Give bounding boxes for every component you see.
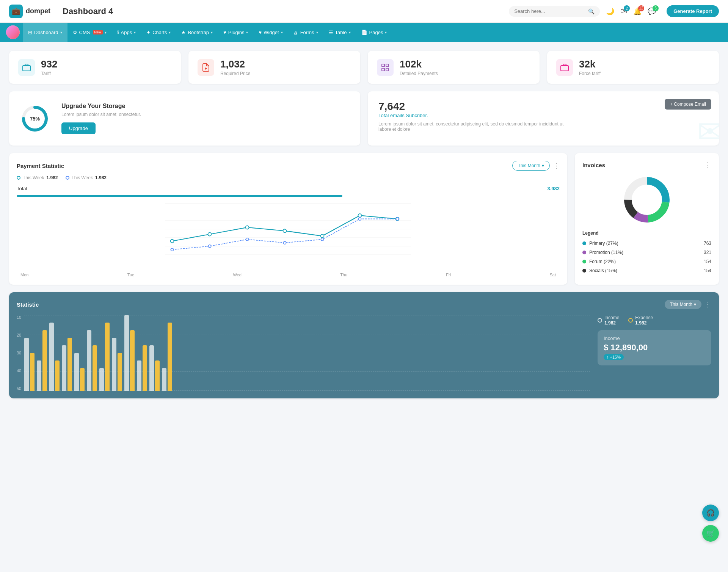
bootstrap-icon: ★ (181, 30, 186, 35)
compose-email-btn[interactable]: + Compose Email (665, 99, 711, 110)
legend-color-socials (582, 269, 586, 273)
stat-legend-expense-info: Expense 1.982 (635, 315, 653, 326)
search-icon: 🔍 (588, 8, 595, 14)
logo-text: dompet (26, 7, 50, 15)
chevron-down-icon-plugins: ▾ (246, 30, 248, 34)
nav-item-dashboard[interactable]: ⊞ Dashboard ▾ (23, 23, 67, 42)
legend-item-1: This Week 1.982 (17, 175, 58, 180)
required-price-value: 1,032 (220, 58, 250, 70)
x-label-sat: Sat (549, 273, 556, 277)
bar-yellow-1 (30, 353, 35, 391)
email-background-icon: ✉ (697, 114, 719, 146)
bar-white-5 (74, 353, 79, 391)
nav-item-pages[interactable]: 📄 Pages ▾ (356, 23, 392, 42)
nav-item-charts[interactable]: ✦ Charts ▾ (141, 23, 176, 42)
payment-total-row: Total 3.982 (17, 183, 560, 194)
bar-yellow-7 (105, 323, 110, 391)
message-btn[interactable]: 💬 5 (648, 7, 656, 16)
invoices-more-btn[interactable]: ⋮ (704, 161, 711, 169)
y-label-20: 20 (17, 333, 21, 337)
upgrade-button[interactable]: Upgrade (61, 122, 96, 134)
donut-chart-container (582, 175, 711, 224)
bar-group-6 (87, 330, 97, 391)
bar-yellow-5 (80, 368, 85, 391)
stat-legend-income: Income 1.982 (598, 315, 619, 326)
notification-btn[interactable]: 🔔 12 (633, 7, 642, 16)
expense-legend-val: 1.982 (635, 320, 653, 326)
nav-item-table[interactable]: ☰ Table ▾ (323, 23, 356, 42)
stat-month-label: This Month (670, 302, 692, 307)
income-section: Income $ 12,890,00 ↑ +15% (598, 330, 711, 365)
detailed-payments-value: 102k (400, 58, 438, 70)
statistic-card: Statistic This Month ▾ ⋮ 50 40 30 20 (9, 292, 719, 398)
search-input[interactable] (514, 8, 585, 14)
detailed-payments-label: Detailed Payments (400, 71, 438, 76)
nav-label-charts: Charts (152, 30, 167, 35)
svg-point-21 (321, 234, 324, 238)
legend-title: Legend (582, 230, 711, 236)
nav-item-cms[interactable]: ⚙ CMS New ▾ (67, 23, 112, 42)
bar-chart-y-axis: 50 40 30 20 10 (17, 315, 24, 391)
svg-point-26 (246, 238, 248, 241)
x-label-mon: Mon (20, 273, 28, 277)
dashboard-icon: ⊞ (28, 30, 32, 35)
force-tariff-icon (556, 59, 573, 76)
nav-item-widget[interactable]: ♥ Widget ▾ (253, 23, 288, 42)
stat-legend-income-info: Income 1.982 (604, 315, 619, 326)
svg-point-29 (358, 218, 361, 220)
storage-circle: 75% (20, 103, 50, 134)
statistic-more-btn[interactable]: ⋮ (704, 300, 711, 309)
y-label-40: 40 (17, 368, 21, 373)
invoices-title: Invoices (582, 162, 605, 168)
legend-row-socials: Socials (15%) 154 (582, 266, 711, 275)
statistic-controls: This Month ▾ ⋮ (665, 300, 711, 309)
chevron-down-icon-pages: ▾ (385, 30, 387, 34)
legend-label-1: This Week (23, 175, 44, 180)
bar-yellow-4 (67, 338, 72, 391)
bar-white-7 (99, 368, 104, 391)
page-title: Dashboard 4 (63, 6, 509, 16)
svg-point-17 (171, 240, 174, 243)
legend-row-forum: Forum (22%) 154 (582, 257, 711, 266)
bar-group-10 (137, 345, 147, 391)
svg-rect-6 (386, 68, 389, 71)
statistic-month-btn[interactable]: This Month ▾ (665, 300, 701, 309)
nav-item-plugins[interactable]: ♥ Plugins ▾ (218, 23, 253, 42)
chart-x-labels: Mon Tue Wed Thu Fri Sat (17, 273, 560, 277)
bar-group-11 (149, 345, 160, 391)
dark-mode-btn[interactable]: 🌙 (606, 7, 614, 16)
bar-white-2 (37, 360, 41, 391)
main-content: 932 Tariff 1,032 Required Price 102k Det… (0, 42, 728, 407)
nav-label-apps: Apps (121, 30, 132, 35)
expense-dot (628, 318, 633, 323)
plugins-icon: ♥ (223, 30, 226, 35)
nav-item-forms[interactable]: 🖨 Forms ▾ (288, 23, 323, 42)
chevron-down-icon-filter: ▾ (542, 163, 544, 168)
month-filter-btn[interactable]: This Month ▾ (512, 161, 550, 171)
pages-icon: 📄 (361, 30, 367, 35)
legend-value-promotion: 321 (704, 250, 711, 255)
payment-more-btn[interactable]: ⋮ (553, 161, 560, 170)
stat-card-tariff: 932 Tariff (9, 51, 181, 84)
force-tariff-label: Force tariff (579, 71, 601, 76)
bar-yellow-11 (155, 360, 160, 391)
bar-white-12 (162, 368, 166, 391)
msg-badge: 5 (653, 5, 659, 11)
storage-description: Lorem ipsum dolor sit amet, onsectetur. (61, 112, 141, 117)
bar-white-1 (24, 338, 29, 391)
legend-value-forum: 154 (704, 259, 711, 264)
forms-icon: 🖨 (293, 30, 298, 35)
legend-row-primary: Primary (27%) 763 (582, 239, 711, 248)
legend-color-promotion (582, 251, 586, 254)
cart-btn[interactable]: 🛍 2 (620, 7, 627, 15)
generate-report-btn[interactable]: Generate Report (667, 5, 719, 17)
legend-label-promotion: Promotion (11%) (589, 250, 623, 255)
payment-legend: This Week 1.982 This Week 1.982 (17, 175, 560, 180)
invoices-card: Invoices ⋮ Legend (575, 153, 719, 285)
nav-label-dashboard: Dashboard (34, 30, 58, 35)
nav-item-bootstrap[interactable]: ★ Bootstrap ▾ (176, 23, 218, 42)
svg-rect-4 (386, 64, 389, 67)
nav-item-apps[interactable]: ℹ Apps ▾ (112, 23, 141, 42)
nav-label-plugins: Plugins (228, 30, 245, 35)
email-description: Lorem ipsum dolor sit amet, consectetur … (378, 121, 576, 132)
